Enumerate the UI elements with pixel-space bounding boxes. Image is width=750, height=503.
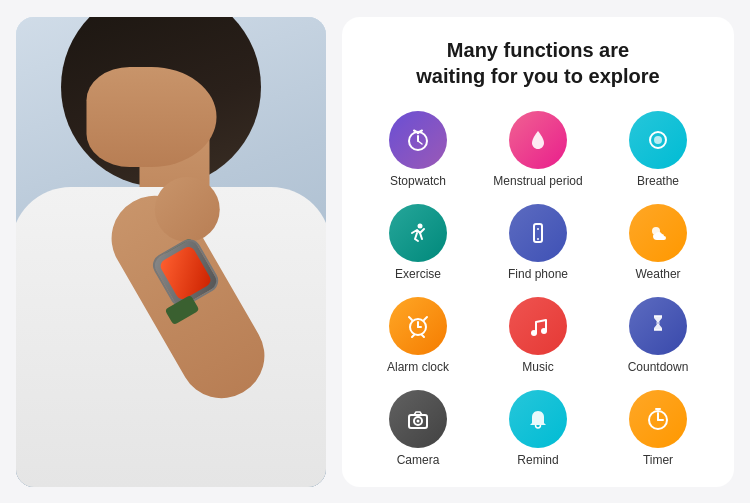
- svg-point-10: [537, 238, 539, 240]
- timer-label: Timer: [643, 453, 673, 467]
- function-item-countdown[interactable]: Countdown: [598, 291, 718, 380]
- alarm-label: Alarm clock: [387, 360, 449, 374]
- svg-point-17: [656, 321, 660, 325]
- svg-line-3: [420, 130, 422, 131]
- function-item-alarm[interactable]: Alarm clock: [358, 291, 478, 380]
- svg-point-20: [417, 419, 420, 422]
- timer-icon: [629, 390, 687, 448]
- svg-point-8: [418, 223, 423, 228]
- svg-point-7: [654, 136, 662, 144]
- svg-point-16: [541, 328, 547, 334]
- findphone-icon: [509, 204, 567, 262]
- function-item-music[interactable]: Music: [478, 291, 598, 380]
- stopwatch-icon: [389, 111, 447, 169]
- function-item-timer[interactable]: Timer: [598, 384, 718, 473]
- breathe-icon: [629, 111, 687, 169]
- function-item-exercise[interactable]: Exercise: [358, 198, 478, 287]
- function-item-camera[interactable]: Camera: [358, 384, 478, 473]
- svg-point-15: [531, 330, 537, 336]
- svg-line-5: [418, 141, 422, 144]
- exercise-icon: [389, 204, 447, 262]
- music-label: Music: [522, 360, 553, 374]
- function-item-weather[interactable]: Weather: [598, 198, 718, 287]
- stopwatch-label: Stopwatch: [390, 174, 446, 188]
- music-icon: [509, 297, 567, 355]
- exercise-label: Exercise: [395, 267, 441, 281]
- function-item-remind[interactable]: Remind: [478, 384, 598, 473]
- heading: Many functions are waiting for you to ex…: [358, 37, 718, 89]
- weather-label: Weather: [635, 267, 680, 281]
- findphone-label: Find phone: [508, 267, 568, 281]
- breathe-label: Breathe: [637, 174, 679, 188]
- countdown-label: Countdown: [628, 360, 689, 374]
- functions-grid: Stopwatch Menstrual period Breathe Exerc…: [358, 105, 718, 473]
- function-item-stopwatch[interactable]: Stopwatch: [358, 105, 478, 194]
- photo-panel: [16, 17, 326, 487]
- function-item-breathe[interactable]: Breathe: [598, 105, 718, 194]
- countdown-icon: [629, 297, 687, 355]
- right-panel: Many functions are waiting for you to ex…: [342, 17, 734, 487]
- menstrual-icon: [509, 111, 567, 169]
- camera-label: Camera: [397, 453, 440, 467]
- menstrual-label: Menstrual period: [493, 174, 582, 188]
- camera-icon: [389, 390, 447, 448]
- function-item-findphone[interactable]: Find phone: [478, 198, 598, 287]
- weather-icon: [629, 204, 687, 262]
- page-container: Many functions are waiting for you to ex…: [0, 0, 750, 503]
- remind-icon: [509, 390, 567, 448]
- svg-line-2: [414, 130, 416, 131]
- remind-label: Remind: [517, 453, 558, 467]
- alarm-icon: [389, 297, 447, 355]
- function-item-menstrual[interactable]: Menstrual period: [478, 105, 598, 194]
